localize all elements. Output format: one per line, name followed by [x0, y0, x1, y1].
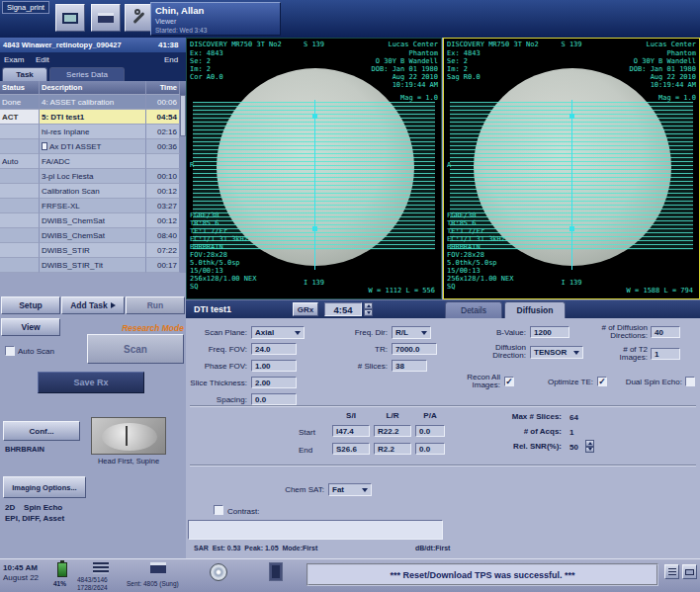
- table-row-active[interactable]: ACT 5: DTI test1 04:54: [0, 110, 180, 125]
- add-task-button[interactable]: Add Task: [61, 296, 125, 314]
- num-diff-directions-field[interactable]: 40: [651, 326, 680, 338]
- slice-location-bottom: I 139: [444, 279, 699, 287]
- view-button[interactable]: View: [1, 318, 60, 336]
- diffusion-direction-select[interactable]: TENSOR: [530, 346, 583, 359]
- clock-date: August 22: [3, 573, 39, 582]
- save-rx-button[interactable]: Save Rx: [38, 372, 144, 393]
- status-bar: 10:45 AM August 22 41% 4843/5146 1728/26…: [0, 558, 700, 592]
- tab-series-data[interactable]: Series Data: [49, 67, 125, 81]
- scan-plane-select[interactable]: Axial: [251, 326, 305, 339]
- conf-button[interactable]: Conf...: [3, 421, 80, 441]
- col-time[interactable]: Time: [146, 81, 180, 95]
- optimize-te-label: Optimize TE:: [532, 379, 593, 386]
- print-tool-button[interactable]: [91, 4, 121, 32]
- graphic-handle[interactable]: [569, 226, 574, 231]
- film-icon[interactable]: [269, 562, 283, 581]
- mag-annotation: Mag = 1.0: [400, 94, 438, 102]
- orientation-marker: R: [190, 161, 194, 169]
- col-description[interactable]: Description: [40, 81, 146, 95]
- scan-plane-label: Scan Plane:: [186, 329, 247, 337]
- b-value-field[interactable]: 1200: [530, 326, 569, 338]
- tab-task[interactable]: Task: [2, 67, 47, 81]
- image-viewport-right-selected[interactable]: DISCOVERY MR750 3T No2 Ex: 4843 Se: 2 Im…: [443, 38, 700, 299]
- image-viewport-left[interactable]: DISCOVERY MR750 3T No2 Ex: 4843 Se: 2 Im…: [186, 38, 442, 299]
- coil-dome-icon: [102, 423, 157, 451]
- table-row[interactable]: DWIBS_STIR 07:22: [0, 243, 180, 258]
- menu-end[interactable]: End: [164, 55, 178, 64]
- layers-icon[interactable]: [93, 562, 109, 574]
- message-log-button[interactable]: [664, 564, 679, 579]
- operator-panel[interactable]: Chin, Allan Viewer Started: Wed 3:43: [150, 2, 281, 36]
- table-row[interactable]: Auto FA/ADC: [0, 154, 180, 169]
- scan-time-stepper[interactable]: [364, 302, 373, 316]
- battery-tip-icon: [60, 560, 64, 562]
- run-button[interactable]: Run: [126, 296, 185, 314]
- slice-stack-axis[interactable]: [314, 100, 315, 270]
- tr-field[interactable]: 7000.0: [392, 343, 437, 355]
- table-row[interactable]: 3-pl Loc Fiesta 00:10: [0, 169, 180, 184]
- slice-stack-axis[interactable]: [571, 100, 572, 270]
- keyboard-button[interactable]: [682, 564, 697, 579]
- freq-dir-select[interactable]: R/L: [392, 326, 431, 339]
- graphic-handle[interactable]: [312, 226, 317, 231]
- scan-panel-header: DTI test1 GRx 4:54 Details Diffusion: [186, 300, 700, 318]
- table-row[interactable]: DWIBS_ChemSat 08:40: [0, 228, 180, 243]
- table-row[interactable]: Done 4: ASSET calibration 00:06: [0, 95, 180, 110]
- auto-scan-checkbox[interactable]: [5, 346, 15, 356]
- dual-spin-echo-label: Dual Spin Echo:: [611, 379, 682, 386]
- slice-thickness-field[interactable]: 2.00: [251, 377, 297, 388]
- table-row[interactable]: FRFSE-XL 03:27: [0, 199, 180, 213]
- tab-details[interactable]: Details: [445, 301, 502, 318]
- document-icon: [42, 142, 47, 150]
- checkmark-icon: ✓: [505, 377, 513, 386]
- contrast-checkbox[interactable]: [214, 505, 223, 515]
- exam-timer: 41:38: [158, 41, 178, 49]
- research-mode-label: Research Mode: [85, 323, 184, 333]
- service-tool-button[interactable]: [125, 4, 152, 32]
- rel-snr-stepper[interactable]: [585, 440, 594, 453]
- end-lr-field[interactable]: R2.2: [374, 443, 411, 455]
- table-row[interactable]: DWIBS_ChemSat 00:12: [0, 213, 180, 228]
- spacing-field[interactable]: 0.0: [251, 393, 297, 405]
- chem-sat-select[interactable]: Fat: [328, 483, 372, 496]
- start-pa-field[interactable]: 0.0: [415, 425, 445, 437]
- grx-button[interactable]: GRx: [293, 302, 318, 316]
- menu-edit[interactable]: Edit: [36, 55, 49, 64]
- scan-button[interactable]: Scan: [87, 334, 184, 364]
- col-status[interactable]: Status: [0, 81, 40, 95]
- table-row[interactable]: Ax DTI ASSET 00:36: [0, 139, 180, 154]
- phase-fov-label: Phase FOV:: [186, 363, 247, 371]
- recon-all-checkbox[interactable]: ✓: [504, 377, 514, 386]
- end-si-field[interactable]: S26.6: [332, 443, 370, 455]
- menu-exam[interactable]: Exam: [4, 55, 24, 64]
- freq-fov-field[interactable]: 24.0: [251, 343, 297, 355]
- num-slices-field[interactable]: 38: [392, 360, 427, 372]
- table-row[interactable]: Calibration Scan 00:12: [0, 184, 180, 199]
- num-t2-images-field[interactable]: 1: [651, 348, 680, 360]
- end-pa-field[interactable]: 0.0: [415, 443, 445, 455]
- cd-icon[interactable]: [210, 563, 227, 581]
- table-row[interactable]: hi-res Inplane 02:16: [0, 125, 180, 139]
- entry-field[interactable]: [188, 520, 443, 540]
- sent-status: Sent: 4805 (Sung): [127, 580, 179, 587]
- diffusion-direction-label: Diffusion Direction:: [451, 344, 526, 360]
- task-table: Done 4: ASSET calibration 00:06 ACT 5: D…: [0, 95, 180, 273]
- graphic-handle[interactable]: [569, 114, 574, 119]
- task-tabs: Task Series Data: [0, 65, 186, 81]
- phase-fov-field[interactable]: 1.00: [251, 360, 297, 372]
- chevron-down-icon: [295, 331, 301, 335]
- session-started: Started: Wed 3:43: [155, 27, 207, 34]
- start-lr-field[interactable]: R22.2: [374, 425, 411, 437]
- display-tool-button[interactable]: [55, 4, 85, 32]
- graphic-handle[interactable]: [312, 114, 317, 119]
- imaging-options-button[interactable]: Imaging Options...: [3, 476, 86, 498]
- clock-time: 10:45 AM: [3, 563, 38, 572]
- app-tab[interactable]: Signa_print: [2, 1, 49, 14]
- table-row[interactable]: DWIBS_STIR_Tit 00:17: [0, 258, 180, 273]
- tab-diffusion[interactable]: Diffusion: [504, 301, 566, 318]
- dual-spin-echo-checkbox[interactable]: [685, 377, 695, 386]
- network-send-icon[interactable]: [150, 562, 166, 573]
- optimize-te-checkbox[interactable]: ✓: [597, 377, 607, 386]
- start-si-field[interactable]: I47.4: [332, 425, 370, 437]
- setup-button[interactable]: Setup: [1, 296, 60, 314]
